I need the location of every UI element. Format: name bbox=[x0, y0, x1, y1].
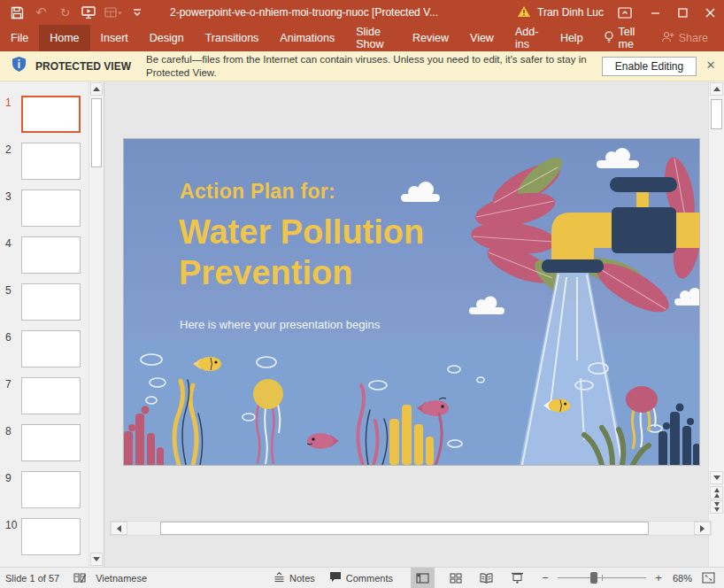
horizontal-scrollbar[interactable] bbox=[110, 521, 712, 536]
zoom-out-button[interactable]: − bbox=[538, 571, 552, 584]
slide-show-view-button[interactable] bbox=[505, 568, 529, 588]
thumbnail-slide-2[interactable]: 2 bbox=[0, 143, 89, 178]
document-title: 2-powerpoint-ve-o-nhiem-moi-truong-nuoc … bbox=[170, 6, 438, 19]
slide-thumbnail-panel: 1 2 3 4 5 6 7 bbox=[0, 81, 104, 567]
slide-title-text: Water Pollution Prevention bbox=[179, 212, 533, 293]
thumbnail-scroll-up-icon[interactable] bbox=[90, 82, 103, 96]
quick-access-toolbar: ↶ ↻ bbox=[0, 2, 170, 23]
notes-icon bbox=[273, 572, 285, 584]
thumbnail-slide-3[interactable]: 3 bbox=[0, 190, 89, 225]
thumbnail-slide-4[interactable]: 4 bbox=[0, 236, 89, 272]
slide-kicker-text: Action Plan for: bbox=[180, 180, 335, 204]
lightbulb-icon bbox=[604, 31, 614, 46]
thumbnail-slide-6[interactable]: 6 bbox=[0, 330, 89, 366]
thumbnail-slide-9[interactable]: 9 bbox=[0, 471, 89, 507]
minimize-button[interactable] bbox=[642, 0, 669, 25]
zoom-slider[interactable] bbox=[558, 577, 646, 578]
tab-review[interactable]: Review bbox=[402, 25, 459, 51]
tab-slide-show[interactable]: Slide Show bbox=[345, 25, 402, 51]
scroll-down-icon[interactable] bbox=[710, 471, 723, 484]
zoom-slider-thumb[interactable] bbox=[590, 572, 597, 584]
fit-slide-to-window-button[interactable] bbox=[696, 568, 720, 588]
thumbnail-scrollbar[interactable] bbox=[89, 81, 104, 567]
slide-canvas: Action Plan for: Water Pollution Prevent… bbox=[124, 139, 699, 465]
tab-home[interactable]: Home bbox=[39, 25, 89, 51]
tell-me-button[interactable]: Tell me bbox=[594, 25, 645, 51]
start-slideshow-icon[interactable] bbox=[77, 2, 101, 23]
comments-icon bbox=[329, 571, 342, 584]
window-controls bbox=[642, 0, 724, 25]
vertical-scrollbar-thumb[interactable] bbox=[711, 99, 722, 129]
account-area[interactable]: Tran Dinh Luc bbox=[517, 5, 604, 20]
thumbnail-slide-8[interactable]: 8 bbox=[0, 424, 89, 460]
slide-sorter-view-button[interactable] bbox=[443, 568, 467, 588]
powerpoint-window: ↶ ↻ 2-powerpoint-ve-o-nhiem-moi-truong-n… bbox=[0, 0, 724, 588]
thumbnail-scrollbar-thumb[interactable] bbox=[91, 98, 102, 167]
user-name: Tran Dinh Luc bbox=[537, 6, 604, 19]
vertical-scrollbar[interactable] bbox=[708, 81, 724, 567]
tab-help[interactable]: Help bbox=[550, 25, 594, 51]
tab-animations[interactable]: Animations bbox=[269, 25, 345, 51]
spell-check-icon[interactable] bbox=[66, 568, 94, 588]
save-icon[interactable] bbox=[5, 2, 29, 23]
protected-view-banner: PROTECTED VIEW Be careful—files from the… bbox=[0, 51, 724, 81]
thumbnail-slide-7[interactable]: 7 bbox=[0, 377, 89, 413]
slide-indicator[interactable]: Slide 1 of 57 bbox=[0, 568, 66, 588]
scroll-left-icon[interactable] bbox=[111, 522, 127, 535]
thumbnail-slide-10[interactable]: 10 bbox=[0, 518, 89, 553]
reading-view-button[interactable] bbox=[474, 568, 498, 588]
banner-close-icon[interactable]: ✕ bbox=[704, 58, 718, 72]
thumbnail-list: 1 2 3 4 5 6 7 bbox=[0, 81, 89, 565]
maximize-button[interactable] bbox=[669, 0, 697, 25]
ribbon-display-options-icon[interactable] bbox=[612, 2, 636, 23]
close-button[interactable] bbox=[697, 0, 724, 25]
customize-qat-icon[interactable] bbox=[125, 2, 149, 23]
tab-add-ins[interactable]: Add-ins bbox=[504, 25, 550, 51]
protected-shield-icon bbox=[12, 56, 27, 76]
next-slide-button[interactable] bbox=[710, 500, 723, 514]
protected-view-label: PROTECTED VIEW bbox=[35, 60, 131, 73]
zoom-percentage[interactable]: 68% bbox=[666, 573, 696, 584]
scroll-up-icon[interactable] bbox=[710, 82, 723, 96]
titlebar: ↶ ↻ 2-powerpoint-ve-o-nhiem-moi-truong-n… bbox=[0, 0, 724, 25]
thumbnail-slide-5[interactable]: 5 bbox=[0, 283, 89, 319]
warning-icon bbox=[517, 5, 531, 20]
share-person-icon bbox=[661, 31, 674, 45]
zoom-in-button[interactable]: + bbox=[651, 571, 666, 584]
notes-button[interactable]: Notes bbox=[266, 568, 322, 588]
slide-subtitle-text: Here is where your presentation begins bbox=[180, 318, 380, 331]
share-button: Share bbox=[645, 25, 724, 51]
status-bar: Slide 1 of 57 Vietnamese Notes Comments bbox=[0, 567, 724, 588]
scroll-right-icon[interactable] bbox=[694, 522, 711, 535]
comments-button[interactable]: Comments bbox=[322, 568, 400, 588]
tab-design[interactable]: Design bbox=[139, 25, 195, 51]
slide-editing-area: Action Plan for: Water Pollution Prevent… bbox=[105, 81, 724, 567]
tab-file[interactable]: File bbox=[0, 25, 39, 51]
enable-editing-button[interactable]: Enable Editing bbox=[602, 57, 697, 76]
thumbnail-scroll-down-icon[interactable] bbox=[90, 553, 103, 566]
tab-insert[interactable]: Insert bbox=[90, 25, 139, 51]
previous-slide-button[interactable] bbox=[710, 486, 723, 499]
slide-layout-icon bbox=[101, 2, 125, 23]
ribbon-tab-bar: File Home Insert Design Transitions Anim… bbox=[0, 25, 724, 51]
tab-view[interactable]: View bbox=[459, 25, 504, 51]
normal-view-button[interactable] bbox=[411, 568, 435, 588]
protected-view-message: Be careful—files from the Internet can c… bbox=[146, 53, 624, 80]
redo-icon: ↻ bbox=[53, 2, 77, 23]
undo-icon: ↶ bbox=[29, 2, 53, 23]
horizontal-scrollbar-thumb[interactable] bbox=[160, 522, 649, 535]
thumbnail-slide-1[interactable]: 1 bbox=[0, 96, 89, 131]
tab-transitions[interactable]: Transitions bbox=[195, 25, 270, 51]
language-status[interactable]: Vietnamese bbox=[94, 568, 154, 588]
